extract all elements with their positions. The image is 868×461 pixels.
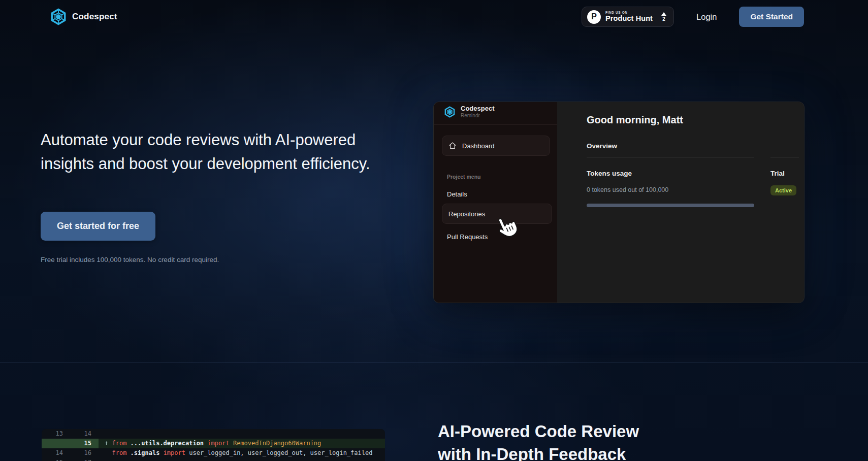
- login-link[interactable]: Login: [696, 12, 717, 22]
- status-badge: Active: [770, 185, 796, 195]
- mockup-sidebar: Codespect Remindr Dashboard Project menu…: [434, 102, 557, 303]
- feature-heading-line2: with In-Depth Feedback: [438, 443, 639, 461]
- mockup-brand: Codespect Remindr: [434, 102, 557, 125]
- project-menu-label: Project menu: [447, 174, 481, 180]
- product-hunt-icon: P: [587, 10, 601, 24]
- mockup-main: Good morning, Matt Overview Tokens usage…: [557, 102, 804, 303]
- brand-name: Codespect: [72, 12, 117, 22]
- nav-actions: P FIND US ON Product Hunt 2 Login Get St…: [582, 7, 804, 27]
- dashboard-mockup: Codespect Remindr Dashboard Project menu…: [433, 102, 805, 303]
- feature-heading-line1: AI-Powered Code Review: [438, 420, 639, 443]
- get-started-free-button[interactable]: Get started for free: [41, 212, 155, 241]
- mockup-project-name: Remindr: [461, 113, 494, 119]
- sidebar-item-pull-requests: Pull Requests: [447, 233, 488, 241]
- overview-label: Overview: [587, 142, 799, 150]
- hero-heading: Automate your code reviews with AI-power…: [41, 128, 406, 176]
- upvote-icon: [661, 12, 666, 16]
- top-nav: Codespect P FIND US ON Product Hunt 2 Lo…: [0, 0, 868, 34]
- sidebar-item-label: Dashboard: [462, 142, 495, 150]
- codespect-logo-icon: [50, 8, 67, 25]
- get-started-button[interactable]: Get Started: [739, 7, 804, 27]
- codespect-logo-icon: [444, 106, 456, 118]
- sidebar-item-dashboard: Dashboard: [442, 136, 550, 156]
- diff-row: 1314: [42, 429, 385, 439]
- diff-row: 1517: [42, 458, 385, 461]
- mockup-brand-name: Codespect: [461, 105, 494, 113]
- tokens-usage-card: Tokens usage 0 tokens used out of 100,00…: [587, 157, 754, 207]
- brand[interactable]: Codespect: [50, 8, 117, 25]
- hero-heading-line1: Automate your code reviews with AI-power…: [41, 128, 406, 152]
- home-icon: [448, 142, 457, 150]
- code-diff-rows: 131415+ from ...utils.deprecation import…: [42, 429, 385, 461]
- hand-cursor-icon: [494, 215, 518, 239]
- sidebar-item-label: Repositories: [448, 210, 485, 218]
- sidebar-item-details: Details: [447, 190, 467, 198]
- greeting-heading: Good morning, Matt: [587, 114, 799, 126]
- landing-page: Codespect P FIND US ON Product Hunt 2 Lo…: [0, 0, 868, 461]
- section-divider: [0, 362, 868, 363]
- code-diff-panel: 131415+ from ...utils.deprecation import…: [42, 429, 385, 461]
- product-hunt-badge[interactable]: P FIND US ON Product Hunt 2: [582, 7, 674, 27]
- trial-label: Trial: [770, 170, 799, 177]
- tokens-usage-label: Tokens usage: [587, 170, 754, 177]
- feature-heading: AI-Powered Code Review with In-Depth Fee…: [438, 420, 639, 461]
- free-trial-note: Free trial includes 100,000 tokens. No c…: [41, 256, 219, 264]
- trial-card: Trial Active: [770, 157, 799, 207]
- upvote-count: 2: [662, 16, 665, 22]
- diff-row: 1416 from .signals import user_logged_in…: [42, 448, 385, 458]
- diff-row: 15+ from ...utils.deprecation import Rem…: [42, 439, 385, 448]
- tokens-usage-value: 0 tokens used out of 100,000: [587, 186, 754, 193]
- tokens-progress-bar: [587, 204, 754, 207]
- product-hunt-name: Product Hunt: [605, 15, 653, 23]
- hero-heading-line2: insights and boost your development effi…: [41, 152, 406, 176]
